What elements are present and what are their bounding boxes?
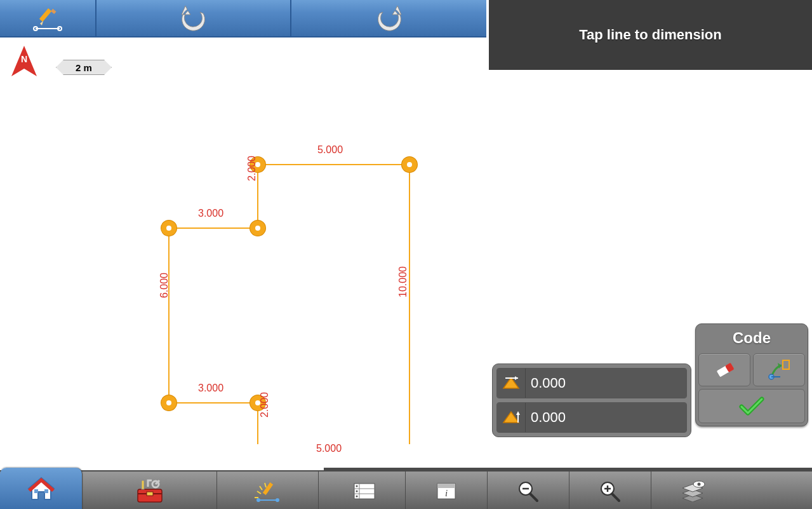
layers-tab[interactable] [651,472,733,509]
svg-rect-5 [51,8,57,13]
dim-lower-vert[interactable]: 2.000 [259,392,270,417]
redo-button[interactable] [291,0,486,37]
redo-icon [373,6,405,31]
snap-icon [766,359,792,381]
dim-mid-lower[interactable]: 3.000 [198,383,223,394]
snap-button[interactable] [753,353,805,386]
vertical-delta-icon [497,403,525,432]
dim-right-vert[interactable]: 10.000 [397,266,409,297]
svg-marker-4 [40,21,43,25]
undo-button[interactable] [97,0,291,37]
svg-point-88 [697,482,700,485]
toolbox-icon [133,478,167,505]
horizontal-value-row[interactable]: 0.000 [496,368,687,398]
svg-rect-45 [783,360,789,369]
eraser-button[interactable] [698,353,750,386]
svg-rect-3 [39,8,52,22]
svg-point-72 [356,490,358,492]
svg-point-73 [356,495,358,497]
zoom-in-icon [597,480,623,503]
svg-text:i: i [445,488,448,498]
dim-upper-vert[interactable]: 2.000 [246,156,258,181]
undo-icon [178,6,210,31]
list-tab[interactable] [324,472,406,509]
pencil-line-icon [32,6,63,31]
svg-rect-55 [147,492,153,496]
svg-marker-42 [516,411,520,415]
zoom-out-tab[interactable] [488,472,569,509]
dim-left-vert[interactable]: 6.000 [159,273,170,298]
svg-line-65 [265,483,266,487]
svg-marker-39 [515,376,518,380]
svg-line-81 [612,494,619,501]
dim-top[interactable]: 5.000 [317,144,343,156]
home-tab[interactable] [0,468,83,509]
svg-point-61 [276,498,279,502]
bottom-toolbar: i [0,470,812,509]
vertical-value-row[interactable]: 0.000 [496,402,687,433]
svg-point-60 [256,498,260,502]
svg-point-32 [166,400,171,405]
svg-point-30 [166,226,171,231]
svg-rect-62 [262,482,272,495]
svg-rect-56 [142,480,144,489]
info-panel-icon: i [434,481,459,501]
top-toolbar [0,0,489,37]
home-icon [27,477,56,502]
svg-rect-51 [44,489,48,493]
confirm-button[interactable] [698,389,805,423]
horizontal-delta-icon [497,369,525,398]
layers-eye-icon [679,480,707,502]
svg-line-78 [530,494,537,501]
code-title: Code [696,324,808,353]
svg-rect-50 [34,489,38,493]
draw-tab[interactable] [217,472,319,509]
zoom-out-icon [516,480,541,503]
tools-tab[interactable] [83,472,217,509]
list-icon [352,481,377,501]
checkmark-icon [738,395,766,417]
edit-line-button[interactable] [0,0,97,37]
zoom-in-tab[interactable] [569,472,651,509]
svg-point-71 [356,485,358,487]
eraser-icon [712,360,737,379]
dim-mid-upper[interactable]: 3.000 [198,208,223,219]
svg-line-63 [257,491,261,494]
svg-rect-75 [437,484,455,488]
vertical-value: 0.000 [525,403,686,432]
horizontal-value: 0.000 [525,369,686,398]
svg-point-26 [407,162,412,167]
svg-marker-40 [503,412,519,423]
dim-bottom[interactable]: 5.000 [316,443,342,454]
info-tab[interactable]: i [406,472,488,509]
code-panel: Code [695,323,808,426]
values-panel: 0.000 0.000 [492,363,691,437]
svg-point-28 [255,226,260,231]
draw-spark-icon [252,478,284,504]
svg-line-64 [260,486,262,490]
